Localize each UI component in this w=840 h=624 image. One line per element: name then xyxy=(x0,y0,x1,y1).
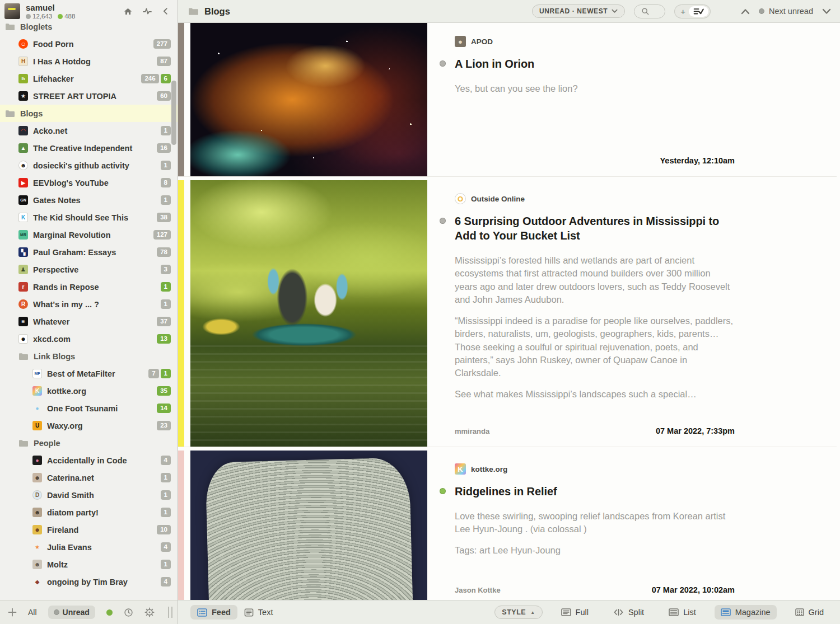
filter-starred-green-dot[interactable] xyxy=(106,609,113,616)
sidebar-item[interactable]: Bloglets xyxy=(0,22,178,35)
unread-badges: 71 xyxy=(148,369,171,378)
mark-all-read-icon[interactable] xyxy=(689,6,708,17)
sidebar-item[interactable]: lh Lifehacker 2466 xyxy=(0,70,178,87)
sidebar-item[interactable]: MR Marginal Revolution 127 xyxy=(0,226,178,243)
pane-resize-handle[interactable] xyxy=(168,607,172,618)
feed-favicon: ♟ xyxy=(18,265,28,274)
next-item-button[interactable] xyxy=(822,8,831,15)
sidebar-item[interactable]: ◠ Acko.net 1 xyxy=(0,122,178,139)
article-title[interactable]: A Lion in Orion xyxy=(455,57,735,71)
sidebar-item[interactable]: ◆ ongoing by Tim Bray 4 xyxy=(0,573,178,590)
sidebar-item[interactable]: ☻ xkcd.com 13 xyxy=(0,330,178,348)
add-feed-button[interactable] xyxy=(8,608,17,617)
article-author: mmiranda xyxy=(455,427,489,435)
sidebar-item[interactable]: People xyxy=(0,434,178,452)
feed-name[interactable]: kottke.org xyxy=(471,465,507,473)
username: samuel xyxy=(26,3,118,12)
sidebar-item-label: Acko.net xyxy=(33,126,156,135)
sidebar-item[interactable]: r Rands in Repose 1 xyxy=(0,278,178,295)
article-card[interactable]: O Outside Online 6 Surprising Outdoor Ad… xyxy=(178,180,837,447)
split-view-icon xyxy=(613,608,624,616)
sidebar-item[interactable]: K kottke.org 35 xyxy=(0,382,178,400)
sidebar-item[interactable]: D David Smith 1 xyxy=(0,486,178,504)
home-icon[interactable] xyxy=(123,7,133,16)
sidebar-item[interactable]: U Waxy.org 23 xyxy=(0,417,178,434)
search-input[interactable] xyxy=(634,4,665,18)
user-avatar[interactable] xyxy=(4,3,20,19)
tab-feed[interactable]: Feed xyxy=(190,605,237,620)
view-grid-button[interactable]: Grid xyxy=(789,605,830,620)
sidebar-item[interactable]: ☻ Moltz 1 xyxy=(0,556,178,573)
chevron-down-icon xyxy=(612,9,618,13)
activity-icon[interactable] xyxy=(142,7,152,16)
sidebar-item[interactable]: H I Has A Hotdog 87 xyxy=(0,53,178,70)
feed-favicon: ☻ xyxy=(32,508,42,517)
unread-count-badge: 16 xyxy=(157,143,171,153)
settings-gear-icon[interactable] xyxy=(144,607,155,617)
feed-name[interactable]: Outside Online xyxy=(471,195,525,203)
sidebar-item[interactable]: ☻ dosiecki's github activity 1 xyxy=(0,157,178,174)
sidebar-item-label: Bloglets xyxy=(20,22,166,31)
article-card[interactable]: ● APOD A Lion in Orion Yes, but can you … xyxy=(178,23,837,177)
sidebar-item[interactable]: ☺ Food Porn 277 xyxy=(0,35,178,53)
article-card[interactable]: K kottke.org Ridgelines in Relief Love t… xyxy=(178,451,837,600)
sidebar-item-label: ongoing by Tim Bray xyxy=(47,578,156,587)
sidebar-item[interactable]: ▶ EEVblog's YouTube 8 xyxy=(0,174,178,191)
previous-item-button[interactable] xyxy=(741,8,750,15)
article-title[interactable]: 6 Surprising Outdoor Adventures in Missi… xyxy=(455,214,735,243)
recently-read-clock-icon[interactable] xyxy=(124,608,133,617)
sort-filter-dropdown[interactable]: UNREAD · NEWEST xyxy=(532,4,625,18)
article-list: ● APOD A Lion in Orion Yes, but can you … xyxy=(178,23,840,600)
article-thumbnail[interactable] xyxy=(190,451,427,600)
sidebar-item[interactable]: ● Accidentally in Code 4 xyxy=(0,452,178,469)
view-split-button[interactable]: Split xyxy=(607,605,650,620)
sidebar-item[interactable]: ☻ diatom party! 1 xyxy=(0,504,178,521)
unread-count-badge: 38 xyxy=(157,213,171,222)
next-unread-button[interactable]: Next unread xyxy=(759,7,813,16)
sidebar-item[interactable]: ▲ The Creative Independent 16 xyxy=(0,139,178,157)
sidebar-item[interactable]: Link Blogs xyxy=(0,348,178,365)
unread-dot[interactable] xyxy=(440,60,446,67)
tab-text[interactable]: Text xyxy=(237,605,280,620)
article-thumbnail[interactable] xyxy=(190,180,427,447)
collapse-sidebar-icon[interactable] xyxy=(162,7,170,16)
sidebar-item[interactable]: Blogs xyxy=(0,105,178,122)
sidebar-item-label: Whatever xyxy=(33,317,152,326)
green-dot-icon xyxy=(58,14,63,19)
unread-dot[interactable] xyxy=(440,488,446,494)
article-thumbnail[interactable] xyxy=(190,23,427,176)
unread-count-badge: 4 xyxy=(161,577,171,587)
unread-count-badge: 8 xyxy=(161,178,171,187)
plus-icon[interactable]: + xyxy=(680,7,685,16)
feed-favicon: ● xyxy=(32,404,42,413)
filter-unread-button[interactable]: Unread xyxy=(48,606,95,619)
view-full-button[interactable]: Full xyxy=(555,605,595,620)
feed-favicon: ☻ xyxy=(32,525,42,534)
sidebar-item[interactable]: ☻ Caterina.net 1 xyxy=(0,469,178,486)
sidebar-scrollbar[interactable] xyxy=(171,81,176,145)
sidebar-item[interactable]: R What's in my ... ? 1 xyxy=(0,295,178,313)
sidebar-item[interactable]: K The Kid Should See This 38 xyxy=(0,209,178,226)
feed-name[interactable]: APOD xyxy=(471,37,493,46)
unread-badges: 1 xyxy=(161,126,171,135)
sidebar-item[interactable]: ● One Foot Tsunami 14 xyxy=(0,400,178,417)
filter-all-button[interactable]: All xyxy=(28,608,37,617)
view-magazine-button[interactable]: Magazine xyxy=(715,605,777,620)
summary-paragraph: Love these swirling, swooping relief lan… xyxy=(455,510,735,536)
sidebar-item[interactable]: ★ STREET ART UTOPIA 60 xyxy=(0,87,178,105)
add-actions-group[interactable]: + xyxy=(674,4,711,18)
feed-favicon: MR xyxy=(18,230,28,240)
unread-dot[interactable] xyxy=(440,218,446,224)
sidebar-item[interactable]: ★ Julia Evans 4 xyxy=(0,538,178,556)
folder-icon xyxy=(5,23,15,31)
feed-favicon: ▶ xyxy=(18,178,28,187)
sidebar-item[interactable]: ▚ Paul Graham: Essays 78 xyxy=(0,243,178,261)
style-dropdown[interactable]: STYLE▲ xyxy=(494,606,542,619)
sidebar-item[interactable]: ☻ Fireland 10 xyxy=(0,521,178,538)
sidebar-item[interactable]: ≡ Whatever 37 xyxy=(0,313,178,330)
sidebar-item[interactable]: MF Best of MetaFilter 71 xyxy=(0,365,178,382)
sidebar-item[interactable]: ♟ Perspective 3 xyxy=(0,261,178,278)
article-title[interactable]: Ridgelines in Relief xyxy=(455,484,735,499)
sidebar-item[interactable]: GN Gates Notes 1 xyxy=(0,191,178,209)
view-list-button[interactable]: List xyxy=(662,605,702,620)
